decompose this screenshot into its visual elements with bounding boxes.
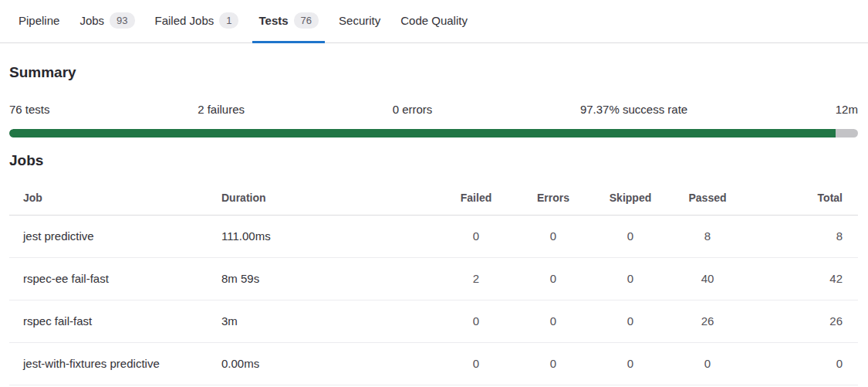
stat-failures: 2 failures (198, 102, 245, 117)
success-progress-bar (9, 129, 858, 137)
table-row[interactable]: rspec fail-fast 3m 0 0 0 26 26 (9, 300, 858, 343)
column-header-skipped: Skipped (592, 179, 669, 216)
job-name-cell: rspec-ee fail-fast (9, 258, 208, 300)
total-cell: 26 (746, 300, 858, 343)
tab-badge: 1 (219, 12, 238, 29)
job-name-cell: jest predictive (9, 216, 208, 258)
tab-jobs[interactable]: Jobs 93 (73, 0, 140, 43)
column-header-job: Job (9, 179, 208, 216)
tab-label: Tests (258, 14, 288, 27)
jobs-heading: Jobs (9, 151, 858, 170)
tab-label: Pipeline (19, 14, 59, 27)
tab-pipeline[interactable]: Pipeline (12, 0, 66, 43)
tests-report-panel: Summary 76 tests 2 failures 0 errors 97.… (0, 63, 868, 385)
column-header-errors: Errors (515, 179, 592, 216)
summary-stats-row: 76 tests 2 failures 0 errors 97.37% succ… (9, 102, 858, 117)
tab-failed-jobs[interactable]: Failed Jobs 1 (149, 0, 245, 43)
passed-cell: 26 (669, 300, 746, 343)
job-name-cell: rspec fail-fast (9, 300, 208, 343)
tab-security[interactable]: Security (333, 0, 387, 43)
tab-label: Security (339, 14, 380, 27)
skipped-cell: 0 (592, 216, 669, 258)
duration-cell: 3m (208, 300, 437, 343)
column-header-total: Total (746, 179, 858, 216)
job-name-cell: jest-with-fixtures predictive (9, 343, 208, 385)
column-header-passed: Passed (669, 179, 746, 216)
passed-cell: 0 (669, 343, 746, 385)
duration-cell: 8m 59s (208, 258, 437, 300)
progress-fill (9, 129, 836, 137)
passed-cell: 40 (669, 258, 746, 300)
table-header-row: Job Duration Failed Errors Skipped Passe… (9, 179, 858, 216)
table-row[interactable]: jest predictive 111.00ms 0 0 0 8 8 (9, 216, 858, 258)
skipped-cell: 0 (592, 300, 669, 343)
tab-badge: 76 (294, 12, 319, 29)
skipped-cell: 0 (592, 343, 669, 385)
tab-label: Code Quality (400, 14, 468, 27)
errors-cell: 0 (515, 300, 592, 343)
passed-cell: 8 (669, 216, 746, 258)
failed-cell: 2 (437, 258, 515, 300)
tab-label: Failed Jobs (155, 14, 214, 27)
tab-tests[interactable]: Tests 76 (252, 0, 325, 43)
failed-cell: 0 (437, 216, 515, 258)
table-row[interactable]: rspec-ee fail-fast 8m 59s 2 0 0 40 42 (9, 258, 858, 300)
jobs-table: Job Duration Failed Errors Skipped Passe… (9, 179, 858, 385)
duration-cell: 0.00ms (208, 343, 437, 385)
pipeline-tabs: Pipeline Jobs 93 Failed Jobs 1 Tests 76 … (0, 0, 868, 43)
total-cell: 8 (746, 216, 858, 258)
skipped-cell: 0 (592, 258, 669, 300)
errors-cell: 0 (515, 216, 592, 258)
errors-cell: 0 (515, 343, 592, 385)
stat-success-rate: 97.37% success rate (580, 102, 687, 117)
column-header-duration: Duration (208, 179, 437, 216)
failed-cell: 0 (437, 300, 515, 343)
tab-code-quality[interactable]: Code Quality (394, 0, 474, 43)
stat-total-tests: 76 tests (9, 102, 50, 117)
summary-heading: Summary (9, 63, 858, 82)
total-cell: 42 (746, 258, 858, 300)
stat-duration: 12m (836, 102, 858, 117)
tab-badge: 93 (110, 12, 134, 29)
failed-cell: 0 (437, 343, 515, 385)
errors-cell: 0 (515, 258, 592, 300)
tab-label: Jobs (79, 14, 104, 27)
total-cell: 0 (746, 343, 858, 385)
table-row[interactable]: jest-with-fixtures predictive 0.00ms 0 0… (9, 343, 858, 385)
column-header-failed: Failed (437, 179, 515, 216)
duration-cell: 111.00ms (208, 216, 437, 258)
stat-errors: 0 errors (393, 102, 433, 117)
